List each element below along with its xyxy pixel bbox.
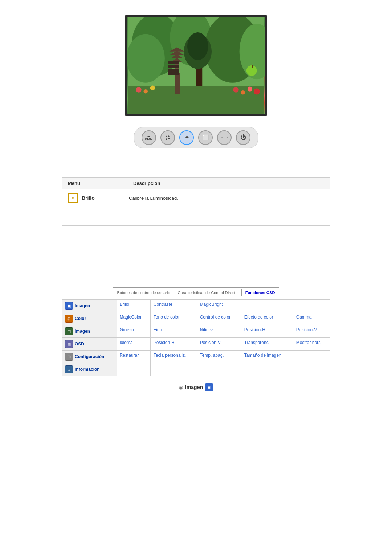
svg-point-18 bbox=[233, 87, 238, 92]
tab-botones[interactable]: Botones de control de usuario bbox=[113, 289, 174, 296]
tab-caracteristicas[interactable]: Características de Control Directo bbox=[174, 289, 242, 296]
desc-table-row: ✦ Brillo Calibre la Luminosidad. bbox=[62, 189, 330, 207]
cell-restaurar[interactable]: Restaurar bbox=[117, 351, 150, 363]
config-label: Configuración bbox=[75, 354, 104, 359]
sidebar-imagen2[interactable]: ◫ Imagen bbox=[62, 325, 117, 338]
controls-bar: ▬MENU ◄►▲▼ ✦ ⬜ AUTO ⏻ bbox=[134, 127, 258, 148]
nav-tabs-wrapper: Botones de control de usuario Caracterís… bbox=[113, 287, 278, 296]
monitor-frame bbox=[125, 15, 267, 116]
desc-table-header: Menú Descripción bbox=[62, 178, 330, 189]
cell-info3 bbox=[197, 363, 241, 376]
osd-icon: ▦ bbox=[65, 340, 73, 348]
nav-tabs: Botones de control de usuario Caracterís… bbox=[113, 289, 278, 296]
imagen2-label: Imagen bbox=[75, 329, 90, 334]
cell-fino[interactable]: Fino bbox=[150, 325, 197, 338]
feature-section: ▣ Imagen Brillo Contraste MagicBright ◎ … bbox=[62, 299, 330, 376]
svg-point-5 bbox=[127, 34, 165, 83]
source-button[interactable]: ⬜ bbox=[198, 130, 213, 145]
svg-point-21 bbox=[254, 88, 260, 94]
svg-point-22 bbox=[246, 65, 257, 76]
cell-magicbright[interactable]: MagicBright bbox=[197, 300, 241, 312]
desc-header-desc-label: Descripción bbox=[127, 178, 330, 189]
cell-temp-apag[interactable]: Temp. apag. bbox=[197, 351, 241, 363]
svg-point-15 bbox=[136, 87, 141, 92]
cell-idioma[interactable]: Idioma bbox=[117, 338, 150, 351]
cell-info2 bbox=[150, 363, 197, 376]
bright-button[interactable]: ✦ bbox=[179, 130, 194, 145]
cell-transparenc[interactable]: Transparenc. bbox=[241, 338, 293, 351]
auto-button-label: AUTO bbox=[221, 136, 228, 139]
cell-contraste[interactable]: Contraste bbox=[150, 300, 197, 312]
svg-point-8 bbox=[187, 32, 208, 60]
desc-header-menu-label: Menú bbox=[62, 178, 127, 189]
sidebar-info[interactable]: ℹ Información bbox=[62, 363, 117, 376]
sidebar-config[interactable]: ⊞ Configuración bbox=[62, 351, 117, 363]
description-table: Menú Descripción ✦ Brillo Calibre la Lum… bbox=[62, 177, 330, 207]
separator-line bbox=[62, 225, 330, 226]
table-row: ◎ Color MagicColor Tono de color Control… bbox=[62, 312, 330, 325]
svg-point-16 bbox=[143, 89, 147, 93]
power-button-label: ⏻ bbox=[240, 134, 246, 141]
sidebar-color[interactable]: ◎ Color bbox=[62, 312, 117, 325]
color-label: Color bbox=[75, 316, 86, 321]
table-row: ◫ Imagen Grueso Fino Nitidez Posición-H … bbox=[62, 325, 330, 338]
cell-tono-color[interactable]: Tono de color bbox=[150, 312, 197, 325]
brillo-description: Calibre la Luminosidad. bbox=[129, 195, 324, 201]
brillo-icon: ✦ bbox=[68, 193, 78, 203]
cell-posicion-h[interactable]: Posición-H bbox=[241, 325, 293, 338]
bottom-nav-label: Imagen bbox=[185, 384, 203, 390]
cell-posicion-v2[interactable]: Posición-V bbox=[197, 338, 241, 351]
cell-mostrar-hora[interactable]: Mostrar hora bbox=[293, 338, 330, 351]
monitor-section bbox=[0, 0, 392, 116]
cell-gamma[interactable]: Gamma bbox=[293, 312, 330, 325]
svg-rect-9 bbox=[175, 62, 179, 90]
osd-label: OSD bbox=[75, 341, 84, 347]
auto-button[interactable]: AUTO bbox=[217, 130, 232, 145]
table-row: ⊞ Configuración Restaurar Tecla personal… bbox=[62, 351, 330, 363]
cell-empty1 bbox=[241, 300, 293, 312]
cell-magiccolor[interactable]: MagicColor bbox=[117, 312, 150, 325]
cell-grueso[interactable]: Grueso bbox=[117, 325, 150, 338]
svg-point-19 bbox=[241, 90, 245, 94]
bottom-nav-icon[interactable]: ▣ bbox=[205, 383, 213, 391]
menu-button[interactable]: ▬MENU bbox=[142, 130, 156, 145]
imagen2-icon: ◫ bbox=[65, 327, 73, 335]
tab-funciones[interactable]: Funciones OSD bbox=[242, 289, 279, 296]
info-label: Información bbox=[75, 367, 100, 372]
sidebar-osd[interactable]: ▦ OSD bbox=[62, 338, 117, 351]
svg-point-20 bbox=[248, 86, 252, 91]
imagen-label: Imagen bbox=[75, 303, 90, 308]
cell-tecla[interactable]: Tecla personaliz. bbox=[150, 351, 197, 363]
cell-empty2 bbox=[293, 300, 330, 312]
menu-button-label: ▬MENU bbox=[145, 135, 153, 140]
power-button[interactable]: ⏻ bbox=[236, 130, 250, 145]
nav-button[interactable]: ◄►▲▼ bbox=[160, 130, 175, 145]
cell-info5 bbox=[293, 363, 330, 376]
table-row: ▦ OSD Idioma Posición-H Posición-V Trans… bbox=[62, 338, 330, 351]
imagen-icon: ▣ bbox=[65, 302, 73, 310]
nav-button-label: ◄►▲▼ bbox=[165, 135, 170, 140]
cell-info1 bbox=[117, 363, 150, 376]
brillo-menu-label: Brillo bbox=[82, 195, 129, 201]
cell-brillo[interactable]: Brillo bbox=[117, 300, 150, 312]
svg-point-17 bbox=[150, 86, 155, 90]
svg-rect-23 bbox=[252, 65, 253, 68]
table-row: ℹ Información bbox=[62, 363, 330, 376]
svg-rect-14 bbox=[128, 86, 264, 114]
info-icon: ℹ bbox=[65, 365, 73, 373]
bottom-nav: ◉ Imagen ▣ bbox=[0, 383, 392, 391]
cell-tamano-imagen[interactable]: Tamaño de imagen bbox=[241, 351, 293, 363]
cell-posicion-h2[interactable]: Posición-H bbox=[150, 338, 197, 351]
bright-button-label: ✦ bbox=[184, 134, 189, 141]
cell-efecto-color[interactable]: Efecto de color bbox=[241, 312, 293, 325]
feature-table: ▣ Imagen Brillo Contraste MagicBright ◎ … bbox=[62, 299, 330, 376]
source-button-label: ⬜ bbox=[203, 135, 209, 140]
cell-posicion-v[interactable]: Posición-V bbox=[293, 325, 330, 338]
cell-control-color[interactable]: Control de color bbox=[197, 312, 241, 325]
config-icon: ⊞ bbox=[65, 353, 73, 361]
cell-nitidez[interactable]: Nitidez bbox=[197, 325, 241, 338]
sidebar-imagen[interactable]: ▣ Imagen bbox=[62, 300, 117, 312]
nav-tabs-section: Botones de control de usuario Caracterís… bbox=[0, 287, 392, 296]
cell-empty3 bbox=[293, 351, 330, 363]
controls-section: ▬MENU ◄►▲▼ ✦ ⬜ AUTO ⏻ bbox=[0, 127, 392, 148]
